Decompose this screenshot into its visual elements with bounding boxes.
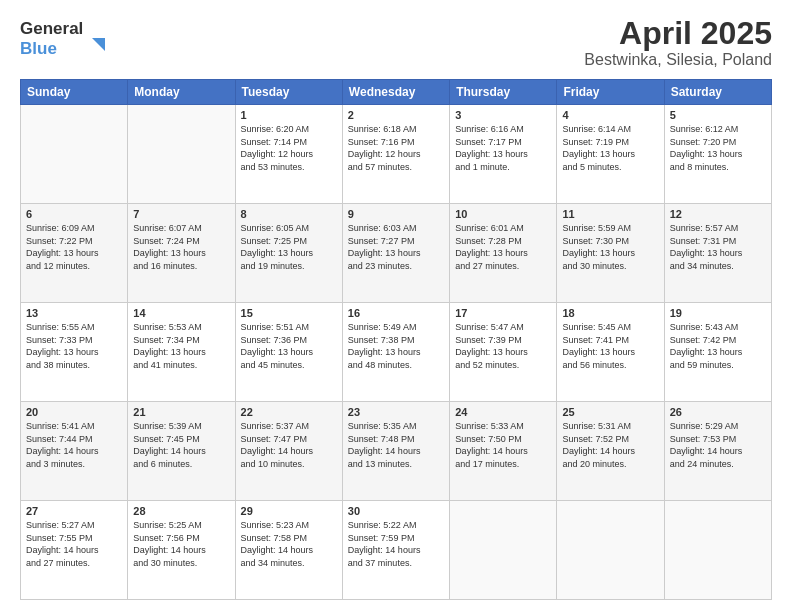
day-info: Sunrise: 5:31 AM Sunset: 7:52 PM Dayligh… xyxy=(562,420,658,470)
calendar-cell: 29Sunrise: 5:23 AM Sunset: 7:58 PM Dayli… xyxy=(235,501,342,600)
day-number: 20 xyxy=(26,406,122,418)
calendar-cell xyxy=(557,501,664,600)
day-number: 6 xyxy=(26,208,122,220)
calendar-cell: 23Sunrise: 5:35 AM Sunset: 7:48 PM Dayli… xyxy=(342,402,449,501)
day-number: 17 xyxy=(455,307,551,319)
day-info: Sunrise: 5:47 AM Sunset: 7:39 PM Dayligh… xyxy=(455,321,551,371)
day-number: 14 xyxy=(133,307,229,319)
calendar-cell: 10Sunrise: 6:01 AM Sunset: 7:28 PM Dayli… xyxy=(450,204,557,303)
calendar-cell: 20Sunrise: 5:41 AM Sunset: 7:44 PM Dayli… xyxy=(21,402,128,501)
day-number: 9 xyxy=(348,208,444,220)
day-number: 7 xyxy=(133,208,229,220)
day-info: Sunrise: 5:43 AM Sunset: 7:42 PM Dayligh… xyxy=(670,321,766,371)
weekday-header-monday: Monday xyxy=(128,80,235,105)
page: General Blue April 2025 Bestwinka, Siles… xyxy=(0,0,792,612)
day-info: Sunrise: 6:18 AM Sunset: 7:16 PM Dayligh… xyxy=(348,123,444,173)
day-number: 22 xyxy=(241,406,337,418)
weekday-header-tuesday: Tuesday xyxy=(235,80,342,105)
day-info: Sunrise: 5:37 AM Sunset: 7:47 PM Dayligh… xyxy=(241,420,337,470)
day-number: 28 xyxy=(133,505,229,517)
svg-marker-1 xyxy=(92,38,105,51)
week-row-3: 13Sunrise: 5:55 AM Sunset: 7:33 PM Dayli… xyxy=(21,303,772,402)
day-info: Sunrise: 5:51 AM Sunset: 7:36 PM Dayligh… xyxy=(241,321,337,371)
day-info: Sunrise: 5:25 AM Sunset: 7:56 PM Dayligh… xyxy=(133,519,229,569)
calendar-cell xyxy=(128,105,235,204)
calendar-cell xyxy=(664,501,771,600)
day-number: 12 xyxy=(670,208,766,220)
day-info: Sunrise: 6:16 AM Sunset: 7:17 PM Dayligh… xyxy=(455,123,551,173)
day-info: Sunrise: 6:09 AM Sunset: 7:22 PM Dayligh… xyxy=(26,222,122,272)
day-info: Sunrise: 5:33 AM Sunset: 7:50 PM Dayligh… xyxy=(455,420,551,470)
day-number: 27 xyxy=(26,505,122,517)
day-info: Sunrise: 5:59 AM Sunset: 7:30 PM Dayligh… xyxy=(562,222,658,272)
calendar-cell: 22Sunrise: 5:37 AM Sunset: 7:47 PM Dayli… xyxy=(235,402,342,501)
day-number: 18 xyxy=(562,307,658,319)
calendar-cell: 11Sunrise: 5:59 AM Sunset: 7:30 PM Dayli… xyxy=(557,204,664,303)
day-number: 19 xyxy=(670,307,766,319)
calendar-cell: 2Sunrise: 6:18 AM Sunset: 7:16 PM Daylig… xyxy=(342,105,449,204)
calendar-cell: 15Sunrise: 5:51 AM Sunset: 7:36 PM Dayli… xyxy=(235,303,342,402)
calendar-cell: 13Sunrise: 5:55 AM Sunset: 7:33 PM Dayli… xyxy=(21,303,128,402)
day-number: 4 xyxy=(562,109,658,121)
weekday-header-sunday: Sunday xyxy=(21,80,128,105)
day-number: 5 xyxy=(670,109,766,121)
day-info: Sunrise: 5:29 AM Sunset: 7:53 PM Dayligh… xyxy=(670,420,766,470)
day-info: Sunrise: 6:03 AM Sunset: 7:27 PM Dayligh… xyxy=(348,222,444,272)
week-row-4: 20Sunrise: 5:41 AM Sunset: 7:44 PM Dayli… xyxy=(21,402,772,501)
calendar-cell: 3Sunrise: 6:16 AM Sunset: 7:17 PM Daylig… xyxy=(450,105,557,204)
day-number: 3 xyxy=(455,109,551,121)
calendar-cell: 6Sunrise: 6:09 AM Sunset: 7:22 PM Daylig… xyxy=(21,204,128,303)
day-info: Sunrise: 5:57 AM Sunset: 7:31 PM Dayligh… xyxy=(670,222,766,272)
calendar-cell: 12Sunrise: 5:57 AM Sunset: 7:31 PM Dayli… xyxy=(664,204,771,303)
day-info: Sunrise: 6:05 AM Sunset: 7:25 PM Dayligh… xyxy=(241,222,337,272)
weekday-header-saturday: Saturday xyxy=(664,80,771,105)
day-number: 23 xyxy=(348,406,444,418)
day-info: Sunrise: 6:01 AM Sunset: 7:28 PM Dayligh… xyxy=(455,222,551,272)
calendar-cell: 28Sunrise: 5:25 AM Sunset: 7:56 PM Dayli… xyxy=(128,501,235,600)
calendar-cell: 27Sunrise: 5:27 AM Sunset: 7:55 PM Dayli… xyxy=(21,501,128,600)
day-number: 8 xyxy=(241,208,337,220)
day-number: 10 xyxy=(455,208,551,220)
calendar-cell: 19Sunrise: 5:43 AM Sunset: 7:42 PM Dayli… xyxy=(664,303,771,402)
day-info: Sunrise: 6:12 AM Sunset: 7:20 PM Dayligh… xyxy=(670,123,766,173)
logo-block: General Blue xyxy=(20,16,110,64)
day-info: Sunrise: 5:35 AM Sunset: 7:48 PM Dayligh… xyxy=(348,420,444,470)
weekday-header-friday: Friday xyxy=(557,80,664,105)
day-number: 13 xyxy=(26,307,122,319)
day-number: 2 xyxy=(348,109,444,121)
calendar-cell: 14Sunrise: 5:53 AM Sunset: 7:34 PM Dayli… xyxy=(128,303,235,402)
day-number: 11 xyxy=(562,208,658,220)
calendar-cell: 8Sunrise: 6:05 AM Sunset: 7:25 PM Daylig… xyxy=(235,204,342,303)
calendar-table: SundayMondayTuesdayWednesdayThursdayFrid… xyxy=(20,79,772,600)
day-number: 16 xyxy=(348,307,444,319)
weekday-header-wednesday: Wednesday xyxy=(342,80,449,105)
day-number: 24 xyxy=(455,406,551,418)
header: General Blue April 2025 Bestwinka, Siles… xyxy=(20,16,772,69)
day-info: Sunrise: 5:53 AM Sunset: 7:34 PM Dayligh… xyxy=(133,321,229,371)
svg-text:Blue: Blue xyxy=(20,39,57,58)
week-row-1: 1Sunrise: 6:20 AM Sunset: 7:14 PM Daylig… xyxy=(21,105,772,204)
day-number: 30 xyxy=(348,505,444,517)
day-info: Sunrise: 5:22 AM Sunset: 7:59 PM Dayligh… xyxy=(348,519,444,569)
calendar-cell: 18Sunrise: 5:45 AM Sunset: 7:41 PM Dayli… xyxy=(557,303,664,402)
calendar-cell: 7Sunrise: 6:07 AM Sunset: 7:24 PM Daylig… xyxy=(128,204,235,303)
calendar-title: April 2025 xyxy=(584,16,772,51)
weekday-header-row: SundayMondayTuesdayWednesdayThursdayFrid… xyxy=(21,80,772,105)
day-info: Sunrise: 5:49 AM Sunset: 7:38 PM Dayligh… xyxy=(348,321,444,371)
day-info: Sunrise: 6:07 AM Sunset: 7:24 PM Dayligh… xyxy=(133,222,229,272)
title-block: April 2025 Bestwinka, Silesia, Poland xyxy=(584,16,772,69)
day-number: 26 xyxy=(670,406,766,418)
day-number: 25 xyxy=(562,406,658,418)
calendar-subtitle: Bestwinka, Silesia, Poland xyxy=(584,51,772,69)
day-number: 29 xyxy=(241,505,337,517)
weekday-header-thursday: Thursday xyxy=(450,80,557,105)
day-info: Sunrise: 6:20 AM Sunset: 7:14 PM Dayligh… xyxy=(241,123,337,173)
day-info: Sunrise: 5:41 AM Sunset: 7:44 PM Dayligh… xyxy=(26,420,122,470)
calendar-cell: 25Sunrise: 5:31 AM Sunset: 7:52 PM Dayli… xyxy=(557,402,664,501)
day-info: Sunrise: 5:55 AM Sunset: 7:33 PM Dayligh… xyxy=(26,321,122,371)
calendar-cell: 16Sunrise: 5:49 AM Sunset: 7:38 PM Dayli… xyxy=(342,303,449,402)
week-row-5: 27Sunrise: 5:27 AM Sunset: 7:55 PM Dayli… xyxy=(21,501,772,600)
day-info: Sunrise: 5:39 AM Sunset: 7:45 PM Dayligh… xyxy=(133,420,229,470)
calendar-cell: 17Sunrise: 5:47 AM Sunset: 7:39 PM Dayli… xyxy=(450,303,557,402)
day-info: Sunrise: 6:14 AM Sunset: 7:19 PM Dayligh… xyxy=(562,123,658,173)
